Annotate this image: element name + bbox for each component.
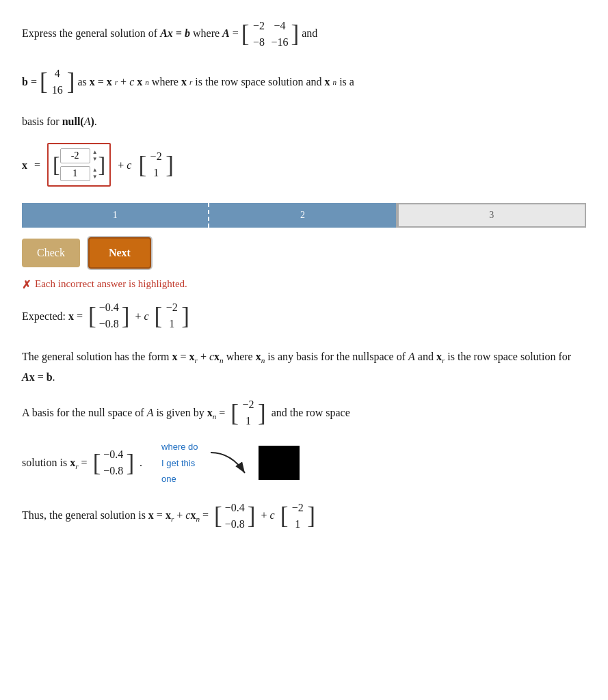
row-space-matrix: [ −0.4 −0.8 ] (93, 445, 134, 481)
thus-matrix-2: [ −2 1 ] (280, 498, 315, 534)
explanation-para2: A basis for the null space of A is given… (22, 395, 586, 431)
check-button[interactable]: Check (22, 239, 80, 267)
next-button[interactable]: Next (88, 237, 151, 269)
explanation-para1: The general solution has the form x = xr… (22, 347, 586, 387)
explanation-section: The general solution has the form x = xr… (22, 347, 586, 533)
where-a-text: where (193, 27, 222, 39)
input-top[interactable] (60, 148, 90, 163)
thus-matrix-1: [ −0.4 −0.8 ] (214, 498, 255, 534)
expected-answer: Expected: x = [ −0.4 −0.8 ] + c [ −2 1 ] (22, 298, 586, 334)
error-text: Each incorrect answer is highlighted. (35, 278, 187, 290)
readonly-matrix: [ −2 1 ] (138, 147, 173, 183)
ax-eq-b: Ax = b (160, 27, 193, 39)
expected-matrix-1: [ −0.4 −0.8 ] (88, 298, 129, 334)
spin-down-bottom[interactable]: ▼ (92, 174, 98, 180)
intro-text: Express the general solution of (22, 27, 157, 39)
basis-text: basis for null(A). (22, 112, 586, 131)
button-row: Check Next (22, 237, 586, 269)
progress-segment-3[interactable]: 3 (397, 203, 586, 228)
progress-bar: 1 2 3 (22, 203, 586, 228)
expected-matrix-2: [ −2 1 ] (155, 298, 189, 334)
answer-input-row: x = [ ▲ ▼ ▲ ▼ ] + c [ − (22, 143, 586, 187)
spin-up-bottom[interactable]: ▲ (92, 167, 98, 174)
spin-up-top[interactable]: ▲ (92, 149, 98, 156)
spin-down-top[interactable]: ▼ (92, 156, 98, 163)
row-space-solution: solution is xr = [ −0.4 −0.8 ] . where d… (22, 439, 586, 487)
matrix-A: [ −2 −8 −4 −16 ] (241, 16, 299, 52)
problem-statement: Express the general solution of Ax = b w… (22, 16, 586, 52)
black-box (259, 446, 300, 480)
error-icon: ✗ (22, 278, 31, 291)
thus-general-solution: Thus, the general solution is x = xr + c… (22, 498, 586, 534)
progress-segment-1[interactable]: 1 (22, 203, 209, 228)
b-definition: b = [ 4 16 ] as x = xr + cxn where xr is… (22, 64, 586, 100)
annotation-arrow (204, 446, 259, 480)
annotation-text: where doI get thisone (161, 439, 198, 487)
progress-segment-2[interactable]: 2 (209, 203, 397, 228)
annotation-group: where doI get thisone (161, 439, 299, 487)
input-bottom[interactable] (60, 166, 90, 181)
input-matrix[interactable]: [ ▲ ▼ ▲ ▼ ] (47, 143, 111, 187)
error-message: ✗ Each incorrect answer is highlighted. (22, 278, 586, 291)
null-basis-matrix: [ −2 1 ] (230, 395, 265, 431)
matrix-b: [ 4 16 ] (40, 64, 75, 100)
